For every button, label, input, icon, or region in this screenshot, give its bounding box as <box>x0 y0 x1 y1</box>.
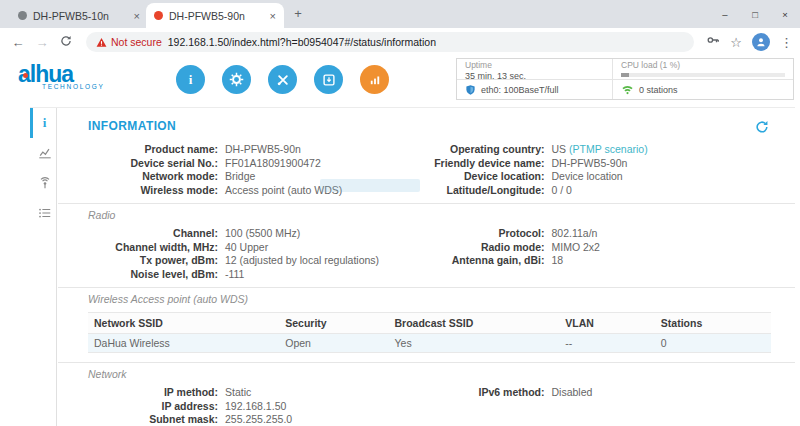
new-tab-button[interactable]: + <box>290 6 306 22</box>
table-row: DaHua Wireless Open Yes -- 0 <box>88 334 771 353</box>
bookmark-star-icon[interactable]: ☆ <box>730 35 742 50</box>
cpu-load-label: CPU load (1 %) <box>621 61 785 70</box>
page-title: INFORMATION <box>58 108 795 141</box>
nav-tools-button[interactable] <box>268 65 297 94</box>
app-header: alhua TECHNOLOGY i Uptime 35 min. 13 sec… <box>0 56 800 107</box>
browser-menu-icon[interactable]: ⋮ <box>780 35 793 50</box>
sidebar-item-services[interactable] <box>30 198 56 228</box>
field-label: Protocol: <box>427 227 550 241</box>
sidebar-item-information[interactable]: i <box>30 108 56 138</box>
field-row: IP address:192.168.1.50 <box>88 400 427 414</box>
field-row: Channel:100 (5500 MHz) <box>88 227 427 241</box>
profile-avatar[interactable] <box>752 33 770 51</box>
info-icon: i <box>189 72 193 88</box>
url-text: 192.168.1.50/index.html?h=b0954047#/stat… <box>168 36 436 48</box>
nav-antenna-alignment-button[interactable] <box>360 65 389 94</box>
field-row: Radio mode:MIMO 2x2 <box>427 241 796 255</box>
field-value: Static <box>223 386 251 400</box>
logo-text: alhua <box>18 63 105 85</box>
maximize-button[interactable]: □ <box>740 0 770 28</box>
forward-icon[interactable]: → <box>30 35 54 50</box>
field-label: Device location: <box>427 170 550 184</box>
information-page: INFORMATION Product name:DH-PFWB5-90n De… <box>58 108 795 426</box>
field-label: Channel: <box>88 227 223 241</box>
ethernet-status: eth0: 100BaseT/full <box>457 80 612 99</box>
browser-tab-1[interactable]: DH-PFWB5-10n × <box>10 3 148 28</box>
field-value: US <box>550 143 567 157</box>
watermark-highlight <box>320 179 420 192</box>
shield-icon <box>465 84 476 96</box>
field-value: DH-PFWB5-90n <box>223 143 301 157</box>
not-secure-warning[interactable]: Not secure <box>96 36 162 48</box>
field-suffix: (PTMP scenario) <box>566 143 648 157</box>
field-label: IPv6 method: <box>427 386 550 400</box>
column-header: Security <box>279 313 388 334</box>
nav-settings-button[interactable] <box>222 65 251 94</box>
field-row: IP method:Static <box>88 386 427 400</box>
field-row: Subnet mask:255.255.255.0 <box>88 413 427 426</box>
tab-favicon <box>154 11 163 20</box>
field-label: Subnet mask: <box>88 413 223 426</box>
tab-title: DH-PFWB5-90n <box>169 10 264 22</box>
field-label: Device serial No.: <box>88 157 223 171</box>
stations-status: 0 stations <box>612 80 793 99</box>
key-icon[interactable] <box>706 33 720 51</box>
field-label: Radio mode: <box>427 241 550 255</box>
url-omnibox[interactable]: Not secure 192.168.1.50/index.html?h=b09… <box>86 32 694 52</box>
logo-red-dot <box>23 73 28 78</box>
tab-favicon <box>18 11 27 20</box>
main-nav: i <box>176 65 389 94</box>
field-value: FF01A18091900472 <box>223 157 321 171</box>
minimize-button[interactable]: – <box>710 0 740 28</box>
nav-system-button[interactable] <box>314 65 343 94</box>
dahua-logo: alhua TECHNOLOGY <box>18 63 105 90</box>
sidebar-item-statistics[interactable] <box>30 138 56 168</box>
field-label: Noise level, dBm: <box>88 268 223 282</box>
field-label: Channel width, MHz: <box>88 241 223 255</box>
status-sidebar: i <box>30 108 57 426</box>
field-row: IPv6 method:Disabled <box>427 386 796 400</box>
field-row: Channel width, MHz:40 Upper <box>88 241 427 255</box>
uptime-value: 35 min. 13 sec. <box>465 71 604 80</box>
column-header: VLAN <box>559 313 655 334</box>
field-label: Network mode: <box>88 170 223 184</box>
field-row: Device serial No.:FF01A18091900472 <box>88 157 427 171</box>
sidebar-item-wireless[interactable] <box>30 168 56 198</box>
tab-close-icon[interactable]: × <box>134 10 140 22</box>
field-value: -111 <box>223 268 244 282</box>
close-button[interactable]: × <box>770 0 800 28</box>
table-cell: -- <box>559 334 655 353</box>
table-cell: 0 <box>655 334 771 353</box>
tab-close-icon[interactable]: × <box>270 10 276 22</box>
field-label: Friendly device name: <box>427 157 550 171</box>
window-controls: – □ × <box>710 0 800 28</box>
cpu-progress-bar <box>621 73 785 77</box>
field-label: Antenna gain, dBi: <box>427 254 550 268</box>
reload-icon[interactable] <box>54 35 78 50</box>
browser-nav-buttons: ← → <box>6 28 78 56</box>
field-row: Latitude/Longitude:0 / 0 <box>427 184 796 198</box>
person-icon <box>755 36 767 48</box>
field-value: 100 (5500 MHz) <box>223 227 300 241</box>
column-header: Broadcast SSID <box>389 313 560 334</box>
nav-status-button[interactable]: i <box>176 65 205 94</box>
content-card: i INFORMATION Product name:DH-PFWB5-90n … <box>30 107 795 426</box>
field-value: 0 / 0 <box>550 184 572 198</box>
back-icon[interactable]: ← <box>6 35 30 50</box>
list-icon <box>38 206 52 220</box>
field-row: Antenna gain, dBi:18 <box>427 254 796 268</box>
network-section: Network IP method:Static IP address:192.… <box>58 362 795 426</box>
field-row: Friendly device name:DH-PFWB5-90n <box>427 157 796 171</box>
field-row: Product name:DH-PFWB5-90n <box>88 143 427 157</box>
table-cell: Yes <box>389 334 560 353</box>
field-value: Disabled <box>550 386 593 400</box>
browser-tab-2-active[interactable]: DH-PFWB5-90n × <box>146 3 284 28</box>
wifi-icon <box>621 84 634 95</box>
field-value: 802.11a/n <box>550 227 598 241</box>
ssid-table: Network SSID Security Broadcast SSID VLA… <box>88 312 771 353</box>
antenna-icon <box>38 176 52 190</box>
ethernet-label: eth0: 100BaseT/full <box>481 85 559 95</box>
refresh-button[interactable] <box>755 120 769 138</box>
table-cell: DaHua Wireless <box>88 334 279 353</box>
field-row: Protocol:802.11a/n <box>427 227 796 241</box>
